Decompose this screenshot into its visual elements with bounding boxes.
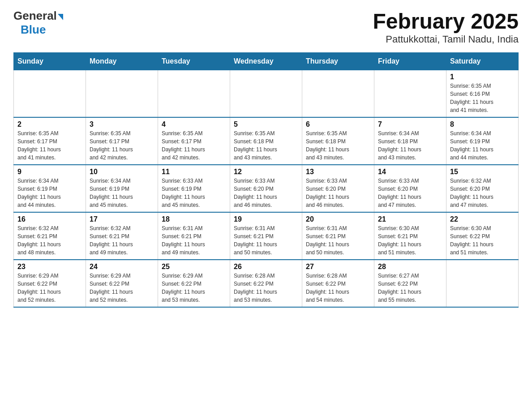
calendar-cell: 3Sunrise: 6:35 AMSunset: 6:17 PMDaylight… bbox=[86, 117, 158, 165]
day-info: Sunrise: 6:33 AMSunset: 6:19 PMDaylight:… bbox=[162, 177, 226, 209]
calendar-cell: 7Sunrise: 6:34 AMSunset: 6:18 PMDaylight… bbox=[374, 117, 446, 165]
day-number: 21 bbox=[378, 215, 442, 223]
day-number: 13 bbox=[306, 168, 370, 176]
day-info: Sunrise: 6:30 AMSunset: 6:22 PMDaylight:… bbox=[450, 224, 515, 257]
day-number: 25 bbox=[162, 263, 226, 271]
calendar-cell: 23Sunrise: 6:29 AMSunset: 6:22 PMDayligh… bbox=[14, 260, 86, 307]
weekday-header-friday: Friday bbox=[374, 53, 446, 70]
calendar-cell bbox=[230, 70, 302, 118]
logo-blue: Blue bbox=[21, 23, 46, 37]
day-number: 1 bbox=[450, 73, 515, 81]
logo-general: General bbox=[13, 9, 57, 23]
calendar-cell: 6Sunrise: 6:35 AMSunset: 6:18 PMDaylight… bbox=[302, 117, 374, 165]
calendar-subtitle: Pattukkottai, Tamil Nadu, India bbox=[373, 34, 519, 45]
day-info: Sunrise: 6:33 AMSunset: 6:20 PMDaylight:… bbox=[378, 177, 442, 209]
calendar-cell bbox=[374, 70, 446, 118]
calendar-title: February 2025 bbox=[373, 9, 519, 34]
day-number: 10 bbox=[90, 168, 154, 176]
title-block: February 2025 Pattukkottai, Tamil Nadu, … bbox=[373, 9, 519, 45]
weekday-header-wednesday: Wednesday bbox=[230, 53, 302, 70]
day-number: 9 bbox=[17, 168, 82, 176]
calendar-week-row: 1Sunrise: 6:35 AMSunset: 6:16 PMDaylight… bbox=[14, 70, 519, 118]
calendar-cell: 15Sunrise: 6:32 AMSunset: 6:20 PMDayligh… bbox=[446, 165, 519, 212]
day-number: 19 bbox=[234, 215, 298, 223]
day-info: Sunrise: 6:32 AMSunset: 6:21 PMDaylight:… bbox=[17, 224, 82, 257]
calendar-cell: 17Sunrise: 6:32 AMSunset: 6:21 PMDayligh… bbox=[86, 212, 158, 260]
day-info: Sunrise: 6:34 AMSunset: 6:19 PMDaylight:… bbox=[17, 177, 82, 209]
day-number: 15 bbox=[450, 168, 515, 176]
day-number: 26 bbox=[234, 263, 298, 271]
day-number: 11 bbox=[162, 168, 226, 176]
day-info: Sunrise: 6:34 AMSunset: 6:19 PMDaylight:… bbox=[90, 177, 154, 209]
day-number: 14 bbox=[378, 168, 442, 176]
calendar-cell: 28Sunrise: 6:27 AMSunset: 6:22 PMDayligh… bbox=[374, 260, 446, 307]
day-info: Sunrise: 6:31 AMSunset: 6:21 PMDaylight:… bbox=[162, 224, 226, 257]
calendar-cell: 26Sunrise: 6:28 AMSunset: 6:22 PMDayligh… bbox=[230, 260, 302, 307]
calendar-cell: 27Sunrise: 6:28 AMSunset: 6:22 PMDayligh… bbox=[302, 260, 374, 307]
day-info: Sunrise: 6:29 AMSunset: 6:22 PMDaylight:… bbox=[90, 272, 154, 304]
day-info: Sunrise: 6:35 AMSunset: 6:16 PMDaylight:… bbox=[450, 82, 515, 114]
day-info: Sunrise: 6:33 AMSunset: 6:20 PMDaylight:… bbox=[234, 177, 298, 209]
day-number: 22 bbox=[450, 215, 515, 223]
day-number: 5 bbox=[234, 120, 298, 128]
calendar-cell: 25Sunrise: 6:29 AMSunset: 6:22 PMDayligh… bbox=[158, 260, 230, 307]
calendar-cell: 21Sunrise: 6:30 AMSunset: 6:21 PMDayligh… bbox=[374, 212, 446, 260]
calendar-cell: 16Sunrise: 6:32 AMSunset: 6:21 PMDayligh… bbox=[14, 212, 86, 260]
day-info: Sunrise: 6:33 AMSunset: 6:20 PMDaylight:… bbox=[306, 177, 370, 209]
calendar-cell bbox=[302, 70, 374, 118]
day-info: Sunrise: 6:28 AMSunset: 6:22 PMDaylight:… bbox=[234, 272, 298, 304]
day-info: Sunrise: 6:32 AMSunset: 6:21 PMDaylight:… bbox=[90, 224, 154, 257]
calendar-cell: 4Sunrise: 6:35 AMSunset: 6:17 PMDaylight… bbox=[158, 117, 230, 165]
day-number: 28 bbox=[378, 263, 442, 271]
calendar-cell: 12Sunrise: 6:33 AMSunset: 6:20 PMDayligh… bbox=[230, 165, 302, 212]
weekday-header-row: SundayMondayTuesdayWednesdayThursdayFrid… bbox=[14, 53, 519, 70]
day-number: 4 bbox=[162, 120, 226, 128]
day-number: 3 bbox=[90, 120, 154, 128]
day-info: Sunrise: 6:35 AMSunset: 6:18 PMDaylight:… bbox=[234, 129, 298, 162]
calendar-cell: 22Sunrise: 6:30 AMSunset: 6:22 PMDayligh… bbox=[446, 212, 519, 260]
weekday-header-thursday: Thursday bbox=[302, 53, 374, 70]
calendar-cell bbox=[158, 70, 230, 118]
calendar-cell: 5Sunrise: 6:35 AMSunset: 6:18 PMDaylight… bbox=[230, 117, 302, 165]
calendar-cell: 11Sunrise: 6:33 AMSunset: 6:19 PMDayligh… bbox=[158, 165, 230, 212]
weekday-header-monday: Monday bbox=[86, 53, 158, 70]
calendar-week-row: 9Sunrise: 6:34 AMSunset: 6:19 PMDaylight… bbox=[14, 165, 519, 212]
day-info: Sunrise: 6:35 AMSunset: 6:17 PMDaylight:… bbox=[17, 129, 82, 162]
calendar-cell: 20Sunrise: 6:31 AMSunset: 6:21 PMDayligh… bbox=[302, 212, 374, 260]
day-info: Sunrise: 6:31 AMSunset: 6:21 PMDaylight:… bbox=[306, 224, 370, 257]
day-info: Sunrise: 6:35 AMSunset: 6:17 PMDaylight:… bbox=[162, 129, 226, 162]
calendar-cell bbox=[14, 70, 86, 118]
logo-arrow-icon bbox=[58, 14, 63, 20]
day-number: 27 bbox=[306, 263, 370, 271]
day-number: 2 bbox=[17, 120, 82, 128]
weekday-header-sunday: Sunday bbox=[14, 53, 86, 70]
calendar-body: 1Sunrise: 6:35 AMSunset: 6:16 PMDaylight… bbox=[14, 70, 519, 308]
logo: General Blue bbox=[13, 9, 63, 37]
day-info: Sunrise: 6:31 AMSunset: 6:21 PMDaylight:… bbox=[234, 224, 298, 257]
day-info: Sunrise: 6:27 AMSunset: 6:22 PMDaylight:… bbox=[378, 272, 442, 304]
calendar-cell: 1Sunrise: 6:35 AMSunset: 6:16 PMDaylight… bbox=[446, 70, 519, 118]
calendar-cell: 10Sunrise: 6:34 AMSunset: 6:19 PMDayligh… bbox=[86, 165, 158, 212]
weekday-header-saturday: Saturday bbox=[446, 53, 519, 70]
day-info: Sunrise: 6:29 AMSunset: 6:22 PMDaylight:… bbox=[17, 272, 82, 304]
day-number: 17 bbox=[90, 215, 154, 223]
calendar-cell: 13Sunrise: 6:33 AMSunset: 6:20 PMDayligh… bbox=[302, 165, 374, 212]
calendar-header: SundayMondayTuesdayWednesdayThursdayFrid… bbox=[14, 53, 519, 70]
day-number: 8 bbox=[450, 120, 515, 128]
day-info: Sunrise: 6:35 AMSunset: 6:18 PMDaylight:… bbox=[306, 129, 370, 162]
day-number: 20 bbox=[306, 215, 370, 223]
day-number: 18 bbox=[162, 215, 226, 223]
calendar-cell: 19Sunrise: 6:31 AMSunset: 6:21 PMDayligh… bbox=[230, 212, 302, 260]
calendar-cell: 9Sunrise: 6:34 AMSunset: 6:19 PMDaylight… bbox=[14, 165, 86, 212]
day-number: 7 bbox=[378, 120, 442, 128]
calendar-week-row: 23Sunrise: 6:29 AMSunset: 6:22 PMDayligh… bbox=[14, 260, 519, 307]
day-info: Sunrise: 6:29 AMSunset: 6:22 PMDaylight:… bbox=[162, 272, 226, 304]
calendar-cell bbox=[446, 260, 519, 307]
day-number: 6 bbox=[306, 120, 370, 128]
calendar-cell: 24Sunrise: 6:29 AMSunset: 6:22 PMDayligh… bbox=[86, 260, 158, 307]
day-number: 24 bbox=[90, 263, 154, 271]
calendar-cell: 14Sunrise: 6:33 AMSunset: 6:20 PMDayligh… bbox=[374, 165, 446, 212]
calendar-cell bbox=[86, 70, 158, 118]
day-info: Sunrise: 6:34 AMSunset: 6:18 PMDaylight:… bbox=[378, 129, 442, 162]
day-info: Sunrise: 6:34 AMSunset: 6:19 PMDaylight:… bbox=[450, 129, 515, 162]
